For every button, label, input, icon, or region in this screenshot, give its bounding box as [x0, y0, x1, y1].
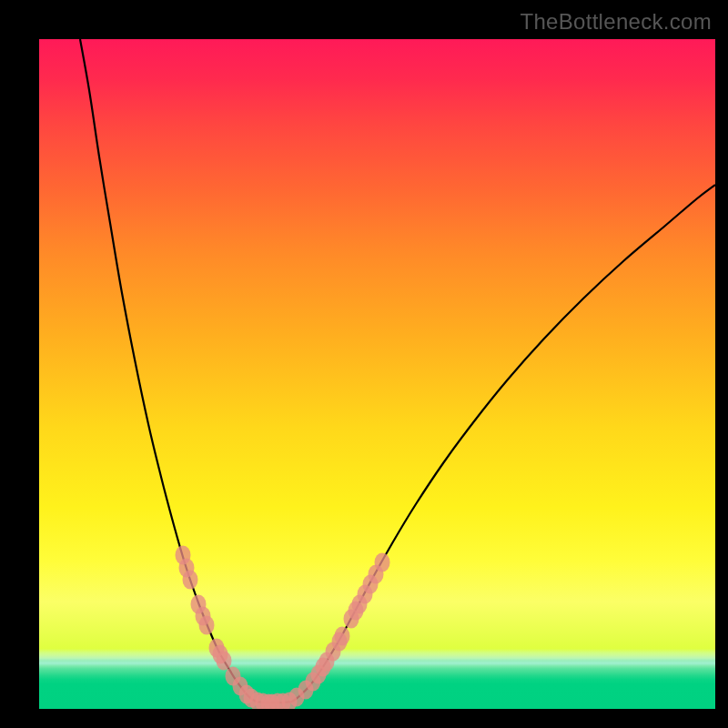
curve-markers [176, 546, 390, 710]
curve-marker [375, 553, 390, 572]
watermark-text: TheBottleneck.com [520, 9, 712, 35]
curve-marker [199, 616, 215, 635]
plot-area [39, 39, 715, 709]
curve-marker [335, 627, 350, 646]
curve-svg [39, 39, 715, 709]
curve-left [80, 39, 256, 702]
curve-marker [217, 652, 232, 671]
curve-marker [183, 571, 198, 590]
chart-frame: TheBottleneck.com [0, 0, 728, 728]
